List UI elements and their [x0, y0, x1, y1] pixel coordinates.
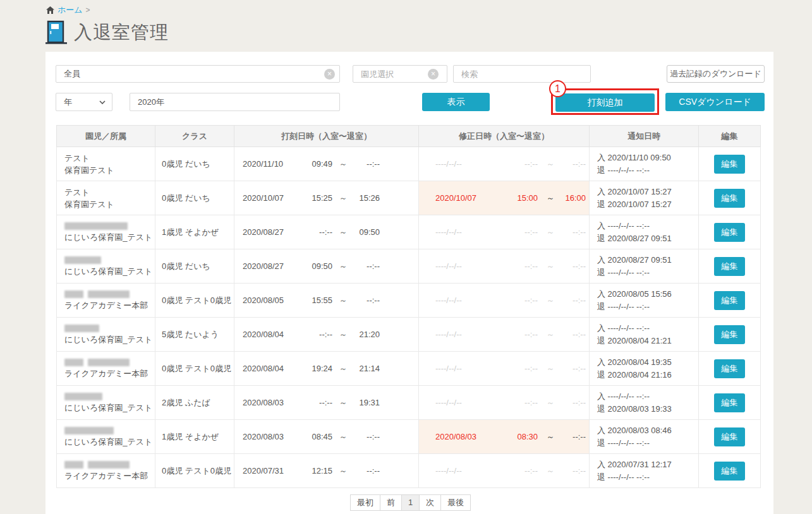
fix-in-time: --:--: [483, 466, 538, 475]
notify-datetime-cell: 入 2020/08/04 19:35 退 2020/08/04 21:16: [590, 352, 699, 386]
fix-date: ----/--/--: [419, 364, 483, 373]
fix-tilde: ～: [538, 329, 563, 340]
notify-out: 退 ----/--/-- --:--: [597, 471, 698, 484]
fix-in-time: --:--: [483, 398, 538, 407]
punch-datetime-cell: 2020/10/07 15:25 ～ 15:26: [234, 181, 419, 215]
pagination-button[interactable]: 最初: [350, 494, 380, 511]
show-button[interactable]: 表示: [422, 93, 490, 111]
punch-date: 2020/07/31: [234, 466, 301, 475]
pagination-button[interactable]: 次: [419, 494, 441, 511]
punch-date: 2020/08/04: [234, 364, 301, 373]
staff-filter-input[interactable]: [56, 65, 340, 83]
notify-datetime-cell: 入 ----/--/-- --:-- 退 2020/08/04 21:21: [590, 318, 699, 352]
year-input[interactable]: [130, 93, 340, 111]
edit-button[interactable]: 編集: [714, 257, 745, 276]
fix-date: ----/--/--: [419, 330, 483, 339]
punch-in-time: 09:50: [301, 261, 332, 271]
fix-tilde: ～: [538, 295, 563, 306]
pagination-button[interactable]: 最後: [440, 494, 471, 511]
edit-button[interactable]: 編集: [714, 155, 745, 174]
fix-datetime-cell: ----/--/-- --:-- ～ --:--: [419, 284, 590, 318]
door-icon: [45, 20, 67, 45]
fix-date: ----/--/--: [419, 466, 483, 475]
fix-out-time: --:--: [563, 466, 586, 475]
punch-in-time: --:--: [301, 398, 332, 407]
fix-out-time: --:--: [563, 330, 586, 339]
edit-button[interactable]: 編集: [714, 427, 745, 446]
clear-child-select-icon[interactable]: ×: [428, 69, 439, 80]
child-name: テスト: [64, 152, 155, 164]
fix-date: ----/--/--: [419, 227, 483, 237]
punch-tilde: ～: [332, 465, 354, 477]
column-header: クラス: [155, 126, 234, 147]
punch-in-time: --:--: [301, 227, 332, 237]
fix-tilde: ～: [538, 261, 563, 272]
redacted-child-name: [64, 426, 155, 436]
punch-datetime-cell: 2020/08/05 15:55 ～ --:--: [234, 284, 419, 318]
punch-out-time: --:--: [354, 296, 380, 305]
punch-out-time: 15:26: [354, 193, 380, 203]
redacted-child-name: [64, 256, 155, 265]
punch-tilde: ～: [332, 261, 354, 272]
punch-date: 2020/10/07: [234, 193, 301, 203]
notify-in: 入 2020/07/31 12:17: [597, 458, 698, 471]
fix-tilde: ～: [538, 158, 563, 170]
fix-out-time: --:--: [563, 261, 586, 271]
table-row: にじいろ保育園_テスト 0歳児 だいち 2020/08/27 09:50 ～ -…: [57, 249, 761, 284]
period-select-value: 年: [64, 97, 72, 108]
edit-button[interactable]: 編集: [714, 291, 745, 310]
punch-out-time: 21:20: [354, 330, 380, 339]
redacted-child-name: [64, 358, 155, 368]
breadcrumb-home-link[interactable]: ホーム: [58, 4, 83, 16]
fix-date: 2020/10/07: [419, 193, 483, 203]
redacted-child-name: [64, 222, 155, 231]
table-row: にじいろ保育園_テスト 1歳児 そよかぜ 2020/08/03 08:45 ～ …: [57, 420, 761, 454]
notify-in: 入 2020/08/27 09:51: [597, 254, 698, 266]
fix-date: ----/--/--: [419, 296, 483, 305]
search-input[interactable]: [453, 65, 591, 83]
child-name: テスト: [64, 186, 155, 198]
table-row: テスト 保育園テスト 0歳児 だいち 2020/11/10 09:49 ～ --…: [57, 147, 761, 181]
pagination-button[interactable]: 1: [401, 494, 420, 511]
child-org: ライクアカデミー本部: [64, 470, 155, 482]
notify-datetime-cell: 入 2020/10/07 15:27 退 2020/10/07 15:27: [590, 181, 699, 215]
edit-button[interactable]: 編集: [714, 393, 745, 412]
notify-in: 入 ----/--/-- --:--: [597, 220, 698, 232]
fix-in-time: --:--: [483, 159, 538, 169]
fix-datetime-cell: ----/--/-- --:-- ～ --:--: [419, 147, 590, 181]
fix-date: 2020/08/03: [419, 432, 483, 441]
fix-out-time: --:--: [563, 227, 586, 237]
redacted-name-block: [64, 325, 99, 332]
redacted-child-name: [64, 324, 155, 333]
edit-button[interactable]: 編集: [714, 325, 745, 344]
csv-download-button[interactable]: CSVダウンロード: [665, 93, 765, 111]
pagination-button[interactable]: 前: [380, 494, 402, 511]
past-records-download-button[interactable]: 過去記録のダウンロード: [667, 65, 765, 83]
fix-datetime-cell: ----/--/-- --:-- ～ --:--: [419, 386, 590, 420]
edit-button[interactable]: 編集: [714, 462, 745, 481]
punch-in-time: 08:45: [301, 432, 332, 441]
notify-out: 退 2020/08/03 19:33: [597, 403, 698, 415]
class-cell: 0歳児 テスト0歳児: [155, 352, 234, 386]
notify-datetime-cell: 入 2020/08/27 09:51 退 ----/--/-- --:--: [590, 249, 699, 284]
fix-date: ----/--/--: [419, 261, 483, 271]
edit-button[interactable]: 編集: [714, 359, 745, 378]
clear-staff-filter-icon[interactable]: ×: [324, 69, 335, 80]
fix-in-time: --:--: [483, 296, 538, 305]
period-select[interactable]: 年: [56, 93, 112, 111]
annotation-highlight-rect: [551, 88, 659, 115]
chevron-down-icon: [99, 100, 106, 104]
page-title-text: 入退室管理: [74, 20, 169, 45]
punch-in-time: 09:49: [301, 159, 332, 169]
edit-button[interactable]: 編集: [714, 223, 745, 242]
child-org: にじいろ保育園_テスト: [64, 402, 155, 414]
punch-in-time: --:--: [301, 330, 332, 339]
punch-in-time: 15:55: [301, 296, 332, 305]
fix-in-time: 15:00: [483, 193, 538, 203]
edit-button[interactable]: 編集: [714, 189, 745, 208]
notify-in: 入 ----/--/-- --:--: [597, 390, 698, 403]
notify-in: 入 2020/10/07 15:27: [597, 186, 698, 198]
punch-tilde: ～: [332, 193, 354, 204]
column-header: 打刻日時（入室〜退室）: [234, 126, 419, 147]
attendance-table: 園児／所属クラス打刻日時（入室〜退室）修正日時（入室〜退室）通知日時編集 テスト…: [56, 125, 761, 488]
